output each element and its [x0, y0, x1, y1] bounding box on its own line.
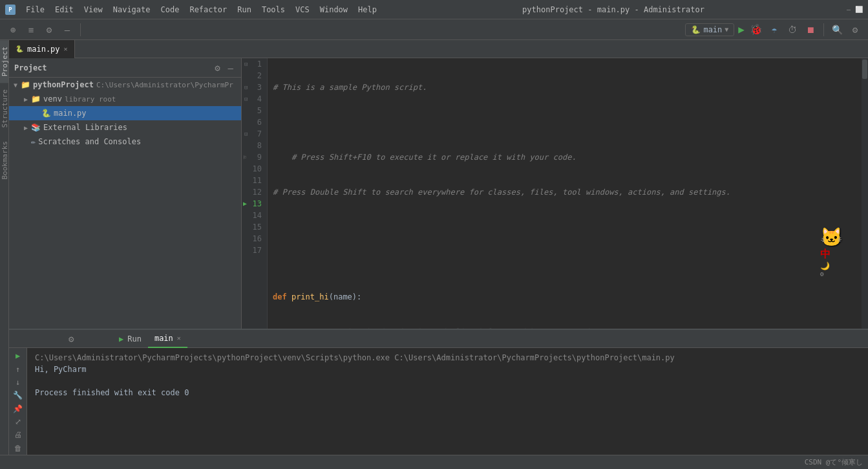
code-line-1: # This is a sample Python script. [268, 82, 862, 93]
run-exit-code: Process finished with exit code 0 [35, 387, 860, 398]
bottom-tab-run-label[interactable]: ▶ Run [112, 330, 148, 348]
menu-edit[interactable]: Edit [50, 3, 79, 17]
coverage-button[interactable]: ☂ [767, 22, 782, 38]
editor-area[interactable]: Project ⚙ — ▼ 📁 pythonProject C:\Users\A… [9, 58, 868, 329]
line-9: ⚐9 [242, 151, 267, 163]
trash-button[interactable]: 🗑 [11, 443, 25, 453]
bottom-tab-close-icon[interactable]: ✕ [177, 334, 181, 342]
line-5: 5 [242, 105, 267, 116]
code-text-area[interactable]: # This is a sample Python script. # Pres… [268, 58, 862, 329]
line-number-gutter: ⊟1 2 ⊟3 ⊟4 5 6 ⊟7 8 ⚐9 10 11 12 [242, 58, 268, 329]
add-button[interactable]: ⊕ [5, 22, 21, 38]
run-output-area: C:\Users\Administrator\PycharmProjects\p… [27, 348, 868, 402]
scroll-up-button[interactable]: ↑ [11, 364, 25, 374]
print-button[interactable]: 🖨 [11, 430, 25, 440]
tab-close-icon[interactable]: ✕ [64, 45, 68, 52]
fold-indicator-7: ⊟ [244, 128, 248, 140]
line-7: ⊟7 [242, 128, 267, 140]
run-output-line1: Hi, PyCharm [35, 364, 860, 375]
menu-view[interactable]: View [79, 3, 108, 17]
tab-project[interactable]: Project [0, 40, 8, 83]
stop-button[interactable]: ⏹ [803, 22, 818, 38]
collapse-all-button[interactable]: ≡ [23, 22, 39, 38]
menu-vcs[interactable]: VCS [290, 3, 315, 17]
run-tab-icon: ▶ [119, 334, 123, 344]
code-line-6 [268, 256, 862, 268]
library-root-label: library root [65, 95, 116, 104]
menu-window[interactable]: Window [315, 3, 353, 17]
tree-item-pythonproject[interactable]: ▼ 📁 pythonProject C:\Users\Administrator… [9, 78, 241, 92]
profile-button[interactable]: ⏱ [785, 22, 800, 38]
settings2-button[interactable]: ⚙ [847, 22, 863, 38]
pin-button[interactable]: 📌 [11, 404, 25, 414]
menu-tools[interactable]: Tools [257, 3, 290, 17]
bottom-panel: ⚙ ▶ Run main ✕ ▶ [9, 329, 868, 455]
run-config-icon: 🐍 [691, 25, 701, 34]
debug-button[interactable]: 🐞 [748, 22, 764, 37]
project-name-label: pythonProject [33, 80, 94, 89]
tab-structure[interactable]: Structure [0, 83, 8, 135]
bottom-tab-main[interactable]: main ✕ [148, 330, 187, 348]
menu-help[interactable]: Help [353, 3, 382, 17]
line-17: 17 [242, 245, 267, 256]
search-button[interactable]: 🔍 [829, 22, 845, 38]
expand-arrow-libs-icon: ▶ [22, 124, 30, 131]
run-config-selector[interactable]: 🐍 main ▼ [685, 23, 734, 36]
tree-item-main-py[interactable]: 🐍 main.py [9, 106, 241, 120]
editor-tab-bar: 🐍 main.py ✕ [9, 40, 868, 58]
menu-file[interactable]: File [21, 3, 50, 17]
minimize-button[interactable]: — [845, 6, 852, 14]
run-tab-label: Run [127, 334, 142, 344]
breakpoint-icon: ⚐ [243, 151, 246, 163]
window-controls[interactable]: — ⬜ [845, 6, 863, 14]
maximize-button[interactable]: ⬜ [855, 6, 863, 14]
main-py-label: main.py [54, 109, 87, 118]
line-11: 11 [242, 175, 267, 186]
tree-item-venv[interactable]: ▶ 📁 venv library root [9, 92, 241, 106]
bottom-settings-button[interactable]: ⚙ [66, 331, 76, 347]
fold-indicator-3: ⊟ [244, 82, 248, 93]
folder-icon: 📁 [21, 80, 30, 89]
window-title: pythonProject - main.py - Administrator [382, 5, 845, 14]
sidebar-settings-icon[interactable]: ⚙ [212, 61, 222, 74]
run-config-label: main [703, 25, 722, 34]
libs-icon: 📚 [31, 123, 41, 132]
run-gutter-icon: ▶ [243, 198, 247, 210]
menu-bar[interactable]: File Edit View Navigate Code Refactor Ru… [21, 3, 382, 17]
line-12: 12 [242, 186, 267, 198]
wrench-button[interactable]: 🔧 [11, 390, 25, 400]
scroll-thumb[interactable] [862, 60, 867, 79]
run-button[interactable]: ▶ [737, 22, 746, 37]
python-file-icon: 🐍 [16, 45, 23, 52]
menu-run[interactable]: Run [232, 3, 257, 17]
sidebar-collapse-icon[interactable]: — [226, 61, 236, 74]
venv-folder-icon: 📁 [31, 94, 41, 104]
status-bar: CSDN @て°倾寒し [0, 455, 868, 469]
scratches-label: Scratches and Consoles [38, 137, 141, 146]
sidebar-header: Project ⚙ — [9, 58, 241, 78]
main-tab-label: main [154, 334, 173, 343]
run-config-dropdown-icon: ▼ [725, 26, 728, 33]
venv-label: venv [43, 94, 62, 104]
line-3: ⊟3 [242, 82, 267, 93]
tab-bookmarks[interactable]: Bookmarks [0, 135, 8, 186]
run-restart-button[interactable]: ▶ [11, 351, 25, 361]
bottom-toolbar-left: ⚙ [61, 331, 112, 347]
scratches-icon: ✏️ [31, 137, 36, 146]
menu-refactor[interactable]: Refactor [184, 3, 232, 17]
tree-item-scratches[interactable]: ✏️ Scratches and Consoles [9, 135, 241, 149]
external-libs-label: External Libraries [43, 123, 127, 132]
code-editor-panel[interactable]: ⊟1 2 ⊟3 ⊟4 5 6 ⊟7 8 ⚐9 10 11 12 [242, 58, 868, 329]
tab-main-py[interactable]: 🐍 main.py ✕ [9, 40, 75, 58]
python-icon: 🐍 [41, 109, 51, 118]
close-panel-button[interactable]: — [59, 22, 75, 38]
menu-code[interactable]: Code [156, 3, 185, 17]
tree-item-external-libs[interactable]: ▶ 📚 External Libraries [9, 120, 241, 135]
scroll-down-button[interactable]: ↓ [11, 377, 25, 387]
line-4: ⊟4 [242, 93, 267, 105]
settings-button[interactable]: ⚙ [41, 22, 57, 38]
expand-btn[interactable]: ⤢ [11, 417, 25, 427]
project-sidebar: Project ⚙ — ▼ 📁 pythonProject C:\Users\A… [9, 58, 242, 329]
menu-navigate[interactable]: Navigate [108, 3, 156, 17]
title-bar: P File Edit View Navigate Code Refactor … [0, 0, 868, 19]
